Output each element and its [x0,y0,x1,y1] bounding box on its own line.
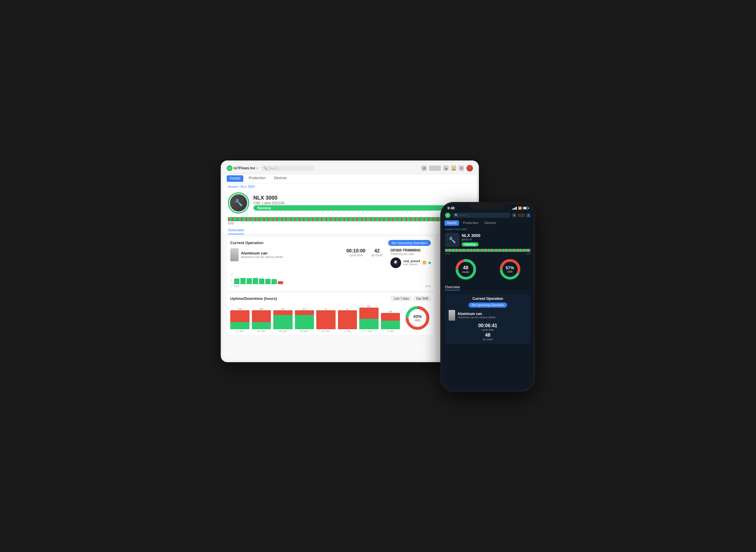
oee-donut-text: 43% OEE [413,314,422,322]
phone-tab-devices[interactable]: Devices [482,220,499,226]
signal-icon [512,207,517,210]
phone-timeline [445,249,530,252]
phone-device: 9:48 📶 ⚡ 🔍 [440,202,535,392]
stacked-bar-green [359,319,379,329]
app-logo: ⚡ IoTFlows Inc ▾ [227,165,258,171]
bar-chart [234,269,431,284]
phone-user-group-icon [518,214,525,217]
phone-stats-row: 48 made 57% [442,255,533,284]
status-badge: Running [253,205,472,211]
bar-label: 1. Jan [344,330,351,332]
stacked-bar-red [359,308,379,319]
device-id: nod_press4 [403,263,420,266]
tab-devices[interactable]: Devices [270,174,291,183]
phone-tab-assets[interactable]: Assets [445,221,459,226]
made-label: made [462,271,469,273]
phone-current-op-card: Current Operation Set Upcoming Operation… [445,294,530,344]
bar-label: 30. Dec [300,330,308,332]
dropdown-icon: ▾ [257,167,258,170]
stacked-bar-red [338,310,357,329]
bar-label: 2. Jan [366,330,372,332]
uptime-bar-group: 2.229. Dec [273,308,292,332]
bar-label: 29. Dec [279,330,287,332]
search-icon: 🔍 [263,166,268,170]
set-upcoming-operation-button[interactable]: Set Upcoming Operation [388,240,431,246]
cycle-time-value: 00:10:00 [346,248,365,254]
op-name: Aluminum can [241,251,283,255]
asset-subtitle: CNC Lathe D32154 [253,201,472,205]
user-avatar [467,165,473,171]
phone-search-placeholder: Search... [459,214,470,217]
bar-item [265,279,271,284]
uptime-title: Uptime/Downtime (hours) [230,296,277,301]
uptime-filters: Last 7 days Day Shift [391,296,431,301]
phone-overview-label[interactable]: Overview [445,285,460,290]
phone-op-name: Aluminum can [458,312,496,316]
phone-search[interactable]: 🔍 Search... [452,213,510,218]
bar-val-top: 9 [347,308,348,310]
phone-asset-subtitle: press-4 [462,238,480,241]
main-content: Current Operation Set Upcoming Operation… [223,235,477,360]
phone-set-upcoming-button[interactable]: Set Upcoming Operation [469,302,507,308]
phone-topbar-icons: 🖥 👤 [512,213,530,218]
uptime-bar-group: 91. Jan [338,308,357,332]
uptime-bar-chart: 5.627. Dec5.628. Dec2.229. Dec2.230. Dec… [230,303,400,332]
filter-shift-btn[interactable]: Day Shift [413,296,431,301]
bar-label: 28. Dec [257,330,266,332]
phone-person-icon: 👤 [526,213,530,218]
bell-icon: 🔔 [451,165,456,171]
uptime-bar-group: 5.42. Jan [359,305,379,332]
phone-op-desc: Aluminum can for various drinks [458,316,496,319]
device-info: nod_press4 nod_press4 [403,260,420,266]
phone-tab-production[interactable]: Production [460,220,482,226]
oee-donut-wrap: 43% OEE [404,305,431,332]
tablet-topbar: ⚡ IoTFlows Inc ▾ 🔍 Search... 🖥 ☁ 🔔 ⚙ [223,163,477,174]
stacked-bar-green [381,321,400,329]
op-stats: 00:10:00 cycle time 42 op count [346,248,382,257]
logo-icon: ⚡ [227,165,233,171]
op-text: Aluminum can Aluminum can for various dr… [241,251,283,259]
asset-name: NLX 3000 [253,195,472,201]
bar-item [278,281,283,284]
tab-assets[interactable]: Assets [227,175,243,182]
bar-item [234,279,239,284]
bar-chart-area: 8AM 5PM [234,269,431,288]
uptime-card: Uptime/Downtime (hours) Last 7 days Day … [227,293,434,335]
current-operation-card: Current Operation Set Upcoming Operation… [227,237,434,291]
filter-days-btn[interactable]: Last 7 days [391,296,411,301]
battery-fill [523,207,527,209]
monitor-icon: 🖥 [421,165,427,171]
bar-val-top: 3.6 [389,310,392,313]
tab-production[interactable]: Production [245,174,270,183]
battery-icon [523,207,528,210]
phone-timeline-right: 1AM [526,252,530,255]
gear-icon: ⚙ [459,165,464,171]
uptime-header: Uptime/Downtime (hours) Last 7 days Day … [230,296,431,301]
bar-label: 31. Dec [322,330,330,332]
overview-tab-item[interactable]: Overview [228,226,244,234]
oee-donut: 43% OEE [404,305,431,331]
phone-op-count: 48 [449,332,527,338]
stacked-bar-green [252,322,271,329]
search-bar[interactable]: 🔍 Search... [261,165,314,171]
phone-cycle-lbl: cycle time [449,328,527,331]
phone-asset-info: NLX 3000 press-4 Running [462,233,480,247]
op-code: OP300-TRIMMING [390,248,431,252]
phone-op-title: Current Operation [449,297,527,301]
asset-image: 🔧 [230,194,247,212]
timeline-labels: 8AM [223,222,477,225]
phone-topbar: ⚡ 🔍 Search... 🖥 👤 [442,212,533,219]
phone-made-donut: 48 made [454,258,478,281]
bar-val-top: 5.6 [238,308,242,310]
op-desc: Aluminum can for various drinks [241,255,283,259]
device-name: nod_press4 [403,260,420,263]
timeline-bar [228,217,472,221]
user-group-icon [429,165,441,171]
chart-label-end: 5PM [425,285,431,288]
phone-oee-donut: 57% OEE [498,258,522,281]
phone-breadcrumb: Assets / NLX 3000 [442,227,533,232]
phone-op-icon [449,310,455,321]
phone-made-donut-wrap: 48 made [445,258,486,281]
phone-op-count-lbl: op count [449,338,527,341]
phone-oee-donut-wrap: 57% OEE [489,258,530,281]
